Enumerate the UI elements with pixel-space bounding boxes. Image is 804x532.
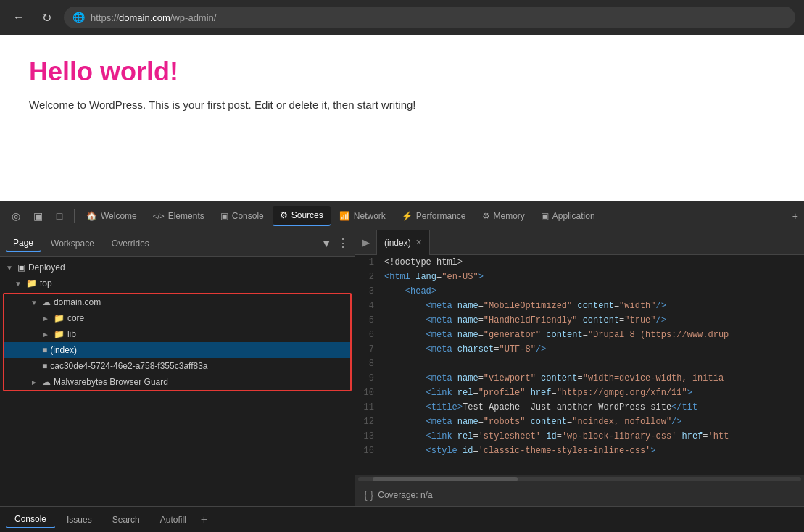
tab-memory-label: Memory <box>494 211 525 221</box>
device-toggle-button[interactable]: ▣ <box>28 206 48 226</box>
application-icon: ▣ <box>541 211 549 221</box>
line-num: 2 <box>355 270 381 284</box>
lib-label: lib <box>67 329 76 339</box>
code-line-2: 2 <html lang="en-US"> <box>355 270 804 284</box>
sources-icon: ⚙ <box>280 210 288 220</box>
inspect-element-button[interactable]: ◎ <box>6 206 26 226</box>
line-content: <link rel='stylesheet' id='wp-block-libr… <box>381 429 804 444</box>
bottom-tab-search[interactable]: Search <box>104 512 149 528</box>
subtab-overrides[interactable]: Overrides <box>104 236 157 252</box>
line-content: <style id='classic-theme-styles-inline-c… <box>381 444 804 458</box>
subtab-dropdown-button[interactable]: ▼ <box>321 238 331 249</box>
tab-sources[interactable]: ⚙ Sources <box>273 206 331 226</box>
devtools-main: Page Workspace Overrides ▼ ⋮ ▼ ▣ Deploye… <box>0 230 804 506</box>
editor-tab-label: (index) <box>384 238 411 248</box>
tab-console[interactable]: ▣ Console <box>213 206 271 226</box>
subtab-more-button[interactable]: ⋮ <box>337 236 349 250</box>
tree-lib[interactable]: ► 📁 lib <box>4 326 350 342</box>
chevron-icon: ▼ <box>6 264 13 272</box>
browser-chrome: ← ↻ 🌐 https://domain.com/wp-admin/ <box>0 0 804 35</box>
coverage-label: Coverage: n/a <box>378 490 432 500</box>
line-num: 10 <box>355 386 381 400</box>
panel-toggle-button[interactable]: ▶ <box>355 230 377 255</box>
cac-label: cac30de4-5724-46e2-a758-f355c3aff83a <box>50 361 207 371</box>
scrollbar-thumb[interactable] <box>373 477 518 481</box>
tab-console-label: Console <box>232 211 264 221</box>
code-line-8: 8 <box>355 357 804 371</box>
tree-malware[interactable]: ► ☁ Malwarebytes Browser Guard <box>4 374 350 390</box>
devtools-bottom-bar: { } Coverage: n/a <box>355 483 804 506</box>
tree-cac[interactable]: ■ cac30de4-5724-46e2-a758-f355c3aff83a <box>4 358 350 374</box>
chevron-icon: ► <box>42 331 49 338</box>
tree-domain[interactable]: ▼ ☁ domain.com <box>4 294 350 310</box>
tab-network[interactable]: 📶 Network <box>332 206 393 226</box>
bottom-tab-console[interactable]: Console <box>6 511 55 528</box>
tab-welcome[interactable]: 🏠 Welcome <box>79 206 144 226</box>
subtab-page[interactable]: Page <box>6 235 41 252</box>
chevron-icon: ► <box>42 315 49 323</box>
code-area[interactable]: 1 <!doctype html> 2 <html lang="en-US"> … <box>355 255 804 475</box>
file-icon: ■ <box>42 345 47 355</box>
refresh-button[interactable]: ↻ <box>36 7 57 28</box>
line-num: 6 <box>355 328 381 342</box>
line-num: 5 <box>355 313 381 328</box>
subtab-workspace[interactable]: Workspace <box>43 236 101 252</box>
subtabs-bar: Page Workspace Overrides ▼ ⋮ <box>0 230 355 257</box>
tree-core[interactable]: ► 📁 core <box>4 310 350 326</box>
editor-tab-close-button[interactable]: ✕ <box>415 238 422 247</box>
code-line-16: 16 <style id='classic-theme-styles-inlin… <box>355 444 804 458</box>
memory-icon: ⚙ <box>482 211 490 221</box>
top-label: top <box>40 278 52 288</box>
malware-label: Malwarebytes Browser Guard <box>54 377 168 387</box>
tree-index[interactable]: ■ (index) <box>4 342 350 358</box>
chevron-icon: ▼ <box>30 299 38 307</box>
devtools-panel: ◎ ▣ □ 🏠 Welcome </> Elements ▣ Console ⚙… <box>0 201 804 532</box>
index-label: (index) <box>50 345 77 355</box>
bottom-tab-issues[interactable]: Issues <box>58 512 101 528</box>
line-num: 13 <box>355 429 381 444</box>
address-bar[interactable]: 🌐 https://domain.com/wp-admin/ <box>64 7 795 28</box>
code-line-1: 1 <!doctype html> <box>355 255 804 270</box>
code-line-3: 3 <head> <box>355 284 804 299</box>
line-num: 4 <box>355 299 381 313</box>
folder-icon: 📁 <box>54 313 65 323</box>
elements-icon: </> <box>153 212 165 220</box>
more-tabs-button[interactable]: + <box>792 210 798 222</box>
code-line-6: 6 <meta name="generator" content="Drupal… <box>355 328 804 342</box>
domain-label: domain.com <box>54 297 101 307</box>
editor-tab-index[interactable]: (index) ✕ <box>377 230 430 255</box>
horizontal-scrollbar[interactable] <box>355 475 804 483</box>
folder-icon: 📁 <box>54 329 65 339</box>
tab-performance[interactable]: ⚡ Performance <box>394 206 473 226</box>
url-display: https://domain.com/wp-admin/ <box>91 12 216 23</box>
back-button[interactable]: ← <box>9 7 29 28</box>
tree-deployed[interactable]: ▼ ▣ Deployed <box>0 259 355 275</box>
welcome-icon: 🏠 <box>86 211 97 221</box>
curly-braces-icon[interactable]: { } <box>364 489 373 501</box>
left-panel: Page Workspace Overrides ▼ ⋮ ▼ ▣ Deploye… <box>0 230 355 506</box>
panel-toggle-button[interactable]: □ <box>49 206 70 226</box>
file-tree: ▼ ▣ Deployed ▼ 📁 top ▼ ☁ domain.com <box>0 257 355 506</box>
add-tab-button[interactable]: + <box>201 513 207 526</box>
performance-icon: ⚡ <box>402 211 413 221</box>
tree-top[interactable]: ▼ 📁 top <box>0 275 355 291</box>
line-num: 11 <box>355 400 381 415</box>
right-panel: ▶ (index) ✕ 1 <!doctype html> 2 <html la… <box>355 230 804 506</box>
tab-application-label: Application <box>552 211 595 221</box>
tab-memory[interactable]: ⚙ Memory <box>475 206 532 226</box>
folder-icon: 📁 <box>26 278 37 288</box>
line-num: 3 <box>355 284 381 299</box>
globe-icon: 🌐 <box>72 12 85 23</box>
tab-application[interactable]: ▣ Application <box>534 206 602 226</box>
chevron-icon: ► <box>30 378 38 386</box>
tab-elements-label: Elements <box>168 211 204 221</box>
line-num: 9 <box>355 371 381 386</box>
url-path: /wp-admin/ <box>170 12 217 23</box>
line-num: 16 <box>355 444 381 458</box>
line-num: 1 <box>355 255 381 270</box>
code-line-13: 13 <link rel='stylesheet' id='wp-block-l… <box>355 429 804 444</box>
line-num: 12 <box>355 415 381 429</box>
bottom-tab-autofill[interactable]: Autofill <box>152 512 195 528</box>
tab-elements[interactable]: </> Elements <box>146 206 212 226</box>
line-content: <meta name="robots" content="noindex, no… <box>381 415 804 429</box>
